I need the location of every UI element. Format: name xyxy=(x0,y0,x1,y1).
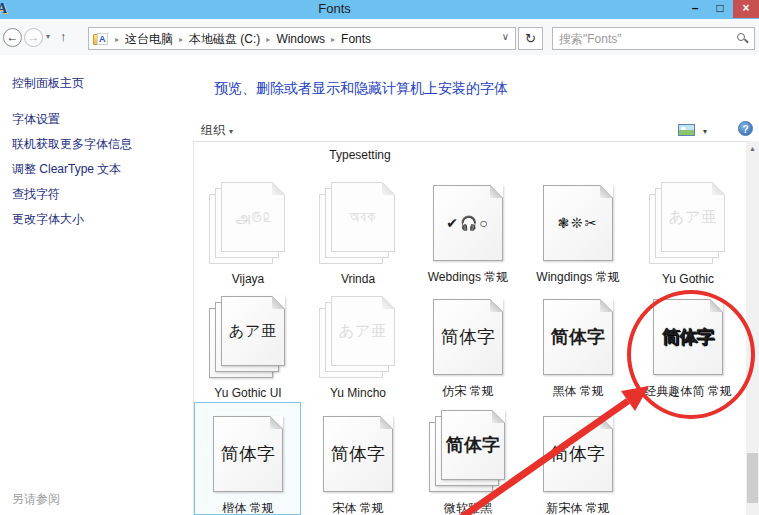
breadcrumb-separator-icon[interactable]: ▸ xyxy=(260,35,276,44)
font-glyph-preview: 简体字 xyxy=(434,325,502,349)
font-item-songti[interactable]: 简体字 宋体 常规 xyxy=(304,405,412,515)
search-icon[interactable] xyxy=(737,33,745,41)
font-item-yu-gothic[interactable]: あア亜 Yu Gothic xyxy=(634,180,742,286)
font-item-label: 新宋体 常规 xyxy=(546,500,609,515)
organize-button[interactable]: 组织▾ xyxy=(201,122,233,139)
font-item-webdings[interactable]: ✔🎧○ Webdings 常规 xyxy=(414,180,522,286)
back-button[interactable]: ← xyxy=(3,28,22,47)
up-button[interactable]: ↑ xyxy=(60,29,67,44)
font-glyph-preview: ✔🎧○ xyxy=(434,215,502,231)
font-file-icon: 简体字 xyxy=(542,414,614,494)
sidebar-item-control-panel-home[interactable]: 控制面板主页 xyxy=(12,75,84,92)
breadcrumb-this-pc[interactable]: 这台电脑 xyxy=(125,31,173,48)
help-icon[interactable]: ? xyxy=(738,121,753,136)
scroll-up-icon[interactable]: ▲ xyxy=(746,141,759,156)
font-item-nsimsun[interactable]: 简体字 新宋体 常规 xyxy=(524,405,632,515)
breadcrumb: A ▸ 这台电脑 ▸ 本地磁盘 (C:) ▸ Windows ▸ Fonts xyxy=(93,30,371,48)
vertical-scrollbar[interactable]: ▲ xyxy=(746,141,759,515)
sidebar-item-font-settings[interactable]: 字体设置 xyxy=(12,111,60,128)
address-dropdown-icon[interactable]: ∨ xyxy=(502,31,509,42)
font-item-kaiti[interactable]: 简体字 楷体 常规 xyxy=(194,405,302,515)
font-glyph-preview: あア亜 xyxy=(662,208,724,227)
address-bar[interactable]: A ▸ 这台电脑 ▸ 本地磁盘 (C:) ▸ Windows ▸ Fonts ∨ xyxy=(88,27,516,50)
toolbar-separator xyxy=(193,141,746,142)
font-file-icon: 简体字 xyxy=(542,297,614,377)
recent-pages-dropdown-icon[interactable]: ▾ xyxy=(46,32,50,41)
font-item-vijaya[interactable]: அ௫௨ Vijaya xyxy=(194,180,302,286)
font-file-icon: 简体字 xyxy=(322,414,394,494)
font-item-heiti[interactable]: 简体字 黑体 常规 xyxy=(524,290,632,400)
font-file-icon: あア亜 xyxy=(649,182,727,266)
search-box[interactable] xyxy=(552,27,755,50)
font-item-label: 楷体 常规 xyxy=(222,500,273,515)
scrollbar-thumb[interactable] xyxy=(747,453,758,503)
font-file-icon: 简体字 xyxy=(429,410,507,494)
view-dropdown-icon[interactable]: ▾ xyxy=(703,127,707,136)
font-file-icon: அ௫௨ xyxy=(209,182,287,266)
font-item-label: Typesetting xyxy=(329,148,390,162)
font-glyph-preview: あア亜 xyxy=(332,322,394,341)
font-item-microsoft-yahei[interactable]: 简体字 微软雅黑 xyxy=(414,405,522,515)
search-input[interactable] xyxy=(559,29,729,48)
organize-label: 组织 xyxy=(201,123,225,137)
font-glyph-preview: 简体字 xyxy=(544,442,612,466)
font-item-label: 经典趣体简 常规 xyxy=(644,383,731,400)
font-item-label: Vijaya xyxy=(232,272,264,286)
close-button[interactable]: × xyxy=(733,0,759,18)
breadcrumb-local-disk-c[interactable]: 本地磁盘 (C:) xyxy=(189,31,260,48)
breadcrumb-separator-icon[interactable]: ▸ xyxy=(325,35,341,44)
breadcrumb-separator-icon[interactable]: ▸ xyxy=(109,35,125,44)
font-file-icon: ❃❊✂ xyxy=(542,183,614,263)
font-glyph-preview: 简体字 xyxy=(544,325,612,349)
fonts-folder-icon: A xyxy=(93,33,109,46)
breadcrumb-separator-icon[interactable]: ▸ xyxy=(173,35,189,44)
font-glyph-preview: 简体字 xyxy=(214,442,282,466)
font-item-label: Yu Mincho xyxy=(330,386,386,400)
font-glyph-preview: あア亜 xyxy=(222,322,284,341)
forward-button[interactable]: → xyxy=(24,28,43,47)
font-item-label: 宋体 常规 xyxy=(332,500,383,515)
font-item-typesetting-partial[interactable]: Typesetting xyxy=(306,140,414,162)
chevron-down-icon: ▾ xyxy=(229,127,233,136)
font-glyph-preview: ❃❊✂ xyxy=(544,215,612,231)
toolbar: 组织▾ ▾ ? xyxy=(193,118,746,141)
breadcrumb-windows[interactable]: Windows xyxy=(276,32,325,46)
font-file-icon: あア亜 xyxy=(209,296,287,380)
font-item-jingdian-qutijian[interactable]: 简体字 经典趣体简 常规 xyxy=(634,290,742,400)
font-glyph-preview: அ௫௨ xyxy=(222,208,284,226)
font-glyph-preview: 简体字 xyxy=(324,442,392,466)
page-title: 预览、删除或者显示和隐藏计算机上安装的字体 xyxy=(214,80,508,98)
font-glyph-preview: 简体字 xyxy=(442,433,504,457)
font-item-label: Yu Gothic UI xyxy=(214,386,281,400)
font-file-icon: 简体字 xyxy=(432,297,504,377)
font-file-icon: 简体字 xyxy=(652,297,724,377)
font-file-icon: ✔🎧○ xyxy=(432,183,504,263)
font-item-yu-gothic-ui[interactable]: あア亜 Yu Gothic UI xyxy=(194,290,302,400)
font-item-vrinda[interactable]: অবক Vrinda xyxy=(304,180,412,286)
font-file-icon: あア亜 xyxy=(319,296,397,380)
font-item-yu-mincho[interactable]: あア亜 Yu Mincho xyxy=(304,290,412,400)
font-glyph-preview: অবক xyxy=(332,208,394,226)
font-item-wingdings[interactable]: ❃❊✂ Wingdings 常规 xyxy=(524,180,632,286)
font-file-icon: 简体字 xyxy=(212,414,284,494)
change-view-icon[interactable] xyxy=(678,124,695,136)
font-file-icon: অবক xyxy=(319,182,397,266)
breadcrumb-fonts[interactable]: Fonts xyxy=(341,32,371,46)
sidebar-item-find-character[interactable]: 查找字符 xyxy=(12,186,60,203)
font-item-label: 黑体 常规 xyxy=(552,383,603,400)
refresh-button[interactable]: ↻ xyxy=(518,27,543,50)
navigation-bar: ← → ▾ ↑ A ▸ 这台电脑 ▸ 本地磁盘 (C:) ▸ Windows ▸… xyxy=(0,19,759,55)
sidebar-item-get-more-fonts-online[interactable]: 联机获取更多字体信息 xyxy=(12,136,132,153)
font-item-label: 仿宋 常规 xyxy=(442,383,493,400)
font-item-label: Webdings 常规 xyxy=(428,269,508,286)
maximize-button[interactable]: □ xyxy=(708,0,732,18)
font-item-label: Vrinda xyxy=(341,272,375,286)
sidebar-item-adjust-cleartype[interactable]: 调整 ClearType 文本 xyxy=(12,161,121,178)
font-item-label: Wingdings 常规 xyxy=(536,269,619,286)
font-item-fangsong[interactable]: 简体字 仿宋 常规 xyxy=(414,290,522,400)
font-item-label: 微软雅黑 xyxy=(444,500,492,515)
font-item-label: Yu Gothic xyxy=(662,272,714,286)
see-also-label: 另请参阅 xyxy=(12,491,60,508)
minimize-button[interactable]: – xyxy=(683,0,707,18)
sidebar-item-change-font-size[interactable]: 更改字体大小 xyxy=(12,211,84,228)
